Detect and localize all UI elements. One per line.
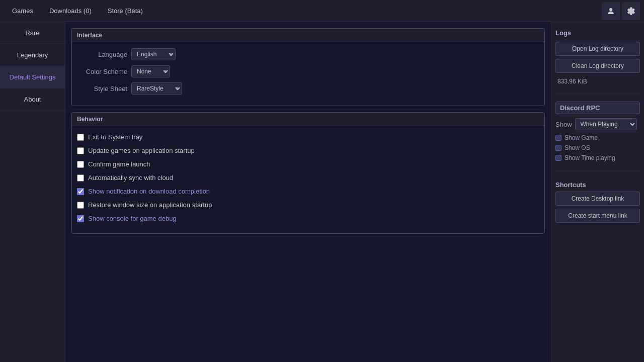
discord-show-os-check — [555, 145, 561, 151]
create-start-menu-link-button[interactable]: Create start menu link — [555, 209, 640, 223]
topbar: Games Downloads (0) Store (Beta) — [0, 0, 644, 22]
discord-show-time-label: Show Time playing — [565, 154, 615, 161]
language-select-wrapper: English — [131, 48, 176, 60]
show-notification-checkbox[interactable] — [77, 188, 84, 195]
style-sheet-select[interactable]: RareStyle — [131, 82, 182, 95]
nav-games[interactable]: Games — [4, 0, 41, 22]
right-panel: Logs Open Log directory Clean Log direct… — [551, 22, 644, 362]
discord-show-game-row: Show Game — [555, 134, 640, 141]
discord-show-game-label: Show Game — [565, 134, 598, 141]
discord-show-time-row: Show Time playing — [555, 154, 640, 161]
discord-show-select[interactable]: When Playing — [575, 118, 637, 130]
logs-section: Logs Open Log directory Clean Log direct… — [555, 27, 640, 87]
show-notification-label[interactable]: Show notification on download completion — [88, 188, 210, 195]
style-sheet-row: Style Sheet RareStyle — [77, 82, 539, 95]
interface-section-title: Interface — [72, 29, 544, 42]
content-area: Interface Language English Color Scheme — [65, 22, 551, 362]
confirm-launch-label[interactable]: Confirm game launch — [88, 160, 150, 168]
svg-point-0 — [609, 8, 612, 11]
sidebar-item-legendary[interactable]: Legendary — [0, 44, 65, 66]
language-select[interactable]: English — [131, 48, 176, 60]
discord-divider — [555, 170, 640, 171]
auto-sync-checkbox[interactable] — [77, 174, 84, 182]
language-label: Language — [77, 51, 127, 58]
discord-show-row: Show When Playing — [555, 118, 640, 130]
sidebar-item-rare[interactable]: Rare — [0, 22, 65, 44]
update-games-label[interactable]: Update games on application startup — [88, 147, 195, 154]
checkbox-update-games: Update games on application startup — [77, 146, 539, 155]
confirm-launch-checkbox[interactable] — [77, 161, 84, 168]
checkbox-exit-tray: Exit to System tray — [77, 132, 539, 142]
auto-sync-label[interactable]: Automatically sync with cloud — [88, 174, 173, 182]
update-games-checkbox[interactable] — [77, 147, 84, 154]
sidebar-item-about[interactable]: About — [0, 88, 65, 111]
checkbox-show-notification: Show notification on download completion — [77, 187, 539, 196]
clean-log-directory-button[interactable]: Clean Log directory — [555, 59, 640, 73]
topbar-icons — [602, 2, 640, 20]
log-size: 833.96 KiB — [555, 76, 640, 87]
discord-rpc-title: Discord RPC — [555, 102, 640, 114]
logs-divider — [555, 93, 640, 94]
discord-show-os-row: Show OS — [555, 144, 640, 151]
exit-tray-label[interactable]: Exit to System tray — [88, 133, 142, 141]
sidebar-item-default-settings[interactable]: Default Settings — [0, 66, 65, 88]
checkbox-auto-sync: Automatically sync with cloud — [77, 173, 539, 183]
topbar-nav: Games Downloads (0) Store (Beta) — [4, 0, 602, 22]
shortcuts-title: Shortcuts — [555, 181, 640, 189]
color-scheme-select-wrapper: None — [131, 65, 170, 77]
color-scheme-row: Color Scheme None — [77, 65, 539, 77]
color-scheme-label: Color Scheme — [77, 68, 127, 75]
restore-window-label[interactable]: Restore window size on application start… — [88, 201, 212, 209]
discord-show-game-check — [555, 135, 561, 141]
checkbox-confirm-launch: Confirm game launch — [77, 159, 539, 169]
behavior-section: Behavior Exit to System tray Update game… — [71, 112, 545, 234]
restore-window-checkbox[interactable] — [77, 202, 84, 209]
behavior-section-content: Exit to System tray Update games on appl… — [72, 126, 544, 233]
create-desktop-link-button[interactable]: Create Desktop link — [555, 192, 640, 206]
open-log-directory-button[interactable]: Open Log directory — [555, 42, 640, 56]
interface-section: Interface Language English Color Scheme — [71, 28, 545, 106]
user-icon — [606, 7, 615, 16]
user-icon-button[interactable] — [602, 2, 620, 20]
main-layout: Rare Legendary Default Settings About In… — [0, 22, 644, 362]
settings-icon-button[interactable] — [622, 2, 640, 20]
logs-section-title: Logs — [555, 27, 640, 39]
language-row: Language English — [77, 48, 539, 60]
interface-section-content: Language English Color Scheme None — [72, 42, 544, 106]
style-sheet-select-wrapper: RareStyle — [131, 82, 182, 95]
sidebar: Rare Legendary Default Settings About — [0, 22, 65, 362]
style-sheet-label: Style Sheet — [77, 85, 127, 93]
discord-show-time-check — [555, 155, 561, 161]
discord-rpc-section: Discord RPC Show When Playing Show Game … — [555, 102, 640, 164]
color-scheme-select[interactable]: None — [131, 65, 170, 77]
show-console-checkbox[interactable] — [77, 215, 84, 222]
nav-downloads[interactable]: Downloads (0) — [41, 0, 100, 22]
show-console-label[interactable]: Show console for game debug — [88, 215, 177, 222]
nav-store[interactable]: Store (Beta) — [100, 0, 151, 22]
checkbox-show-console: Show console for game debug — [77, 214, 539, 223]
gear-icon — [626, 7, 635, 16]
discord-show-label: Show — [555, 121, 572, 128]
exit-tray-checkbox[interactable] — [77, 134, 84, 141]
discord-show-os-label: Show OS — [565, 144, 590, 151]
checkbox-restore-window: Restore window size on application start… — [77, 200, 539, 210]
shortcuts-section: Shortcuts Create Desktop link Create sta… — [555, 181, 640, 226]
behavior-section-title: Behavior — [72, 113, 544, 126]
